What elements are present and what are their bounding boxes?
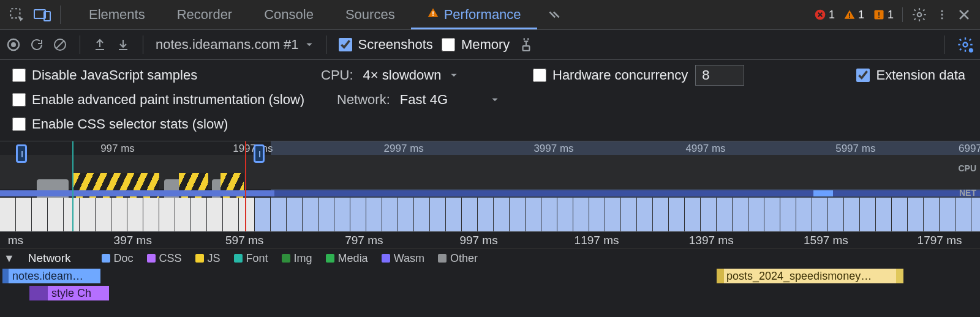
filmstrip-frame	[0, 198, 16, 231]
legend-label: Img	[294, 252, 312, 265]
tab-elements[interactable]: Elements	[73, 0, 161, 29]
filmstrip-frame	[446, 198, 462, 231]
status-and-controls: 1 1 1	[814, 7, 976, 23]
entry-label: notes.ideam…	[12, 270, 83, 283]
screenshots-checkbox[interactable]: Screenshots	[339, 37, 433, 53]
issue-badge[interactable]: 1	[873, 9, 894, 21]
svg-rect-3	[432, 12, 434, 15]
filmstrip-frame	[48, 198, 64, 231]
tab-console[interactable]: Console	[248, 0, 330, 29]
tab-performance[interactable]: Performance	[411, 0, 537, 29]
cb-input[interactable]	[12, 117, 26, 131]
filmstrip-frame	[510, 198, 526, 231]
filmstrip-frame	[860, 198, 876, 231]
cb-input[interactable]	[12, 69, 26, 82]
network-entry-css[interactable]: style Ch	[48, 286, 109, 300]
disclosure-triangle-icon[interactable]: ▼	[4, 252, 15, 265]
filmstrip-frame	[350, 198, 366, 231]
hardware-concurrency-input[interactable]	[695, 65, 744, 86]
svg-point-16	[11, 42, 16, 47]
divider	[60, 6, 61, 24]
filmstrip-frame	[908, 198, 924, 231]
reload-icon[interactable]	[29, 37, 44, 52]
network-throttle-dropdown[interactable]: Fast 4G	[400, 92, 499, 108]
gear-icon[interactable]	[911, 7, 927, 23]
legend-item-js: JS	[195, 252, 221, 265]
filmstrip-frame	[64, 198, 80, 231]
cpu-lane	[0, 155, 980, 189]
upload-icon[interactable]	[92, 37, 107, 52]
network-track-rows[interactable]: notes.ideam… style Ch posts_2024_speedis…	[0, 267, 980, 304]
download-icon[interactable]	[116, 37, 130, 52]
disable-js-samples-checkbox[interactable]: Disable JavaScript samples	[12, 67, 197, 83]
tab-sources[interactable]: Sources	[330, 0, 411, 29]
network-entry-wait	[2, 269, 9, 283]
network-track-header[interactable]: ▼ Network DocCSSJSFontImgMediaWasmOther	[0, 249, 980, 267]
more-tabs-icon[interactable]	[537, 7, 570, 23]
inspect-element-icon[interactable]	[4, 0, 29, 30]
legend-swatch	[102, 254, 110, 263]
filmstrip-frame	[287, 198, 303, 231]
paint-instrumentation-checkbox[interactable]: Enable advanced paint instrumentation (s…	[12, 92, 304, 108]
screenshots-cb-input[interactable]	[339, 38, 352, 51]
filmstrip-frame	[589, 198, 605, 231]
track-title: Network	[28, 252, 71, 265]
network-entry-doc[interactable]: notes.ideam…	[9, 269, 100, 283]
divider	[326, 35, 326, 54]
legend-item-img: Img	[282, 252, 312, 265]
close-icon[interactable]	[957, 7, 971, 22]
hardware-concurrency-checkbox[interactable]: Hardware concurrency	[533, 67, 688, 83]
warning-badge[interactable]: 1	[843, 9, 864, 21]
net-lane	[0, 190, 980, 196]
svg-rect-7	[849, 17, 850, 18]
checkbox-label: Screenshots	[358, 37, 433, 53]
clear-icon[interactable]	[53, 37, 67, 52]
performance-toolbar: notes.ideamans.com #1 Screenshots Memory	[0, 30, 980, 60]
svg-point-11	[918, 13, 922, 17]
legend-label: Other	[450, 252, 478, 265]
error-badge[interactable]: 1	[814, 9, 835, 21]
legend-label: Wasm	[394, 252, 424, 265]
device-toolbar-icon[interactable]	[29, 0, 55, 30]
filmstrip-frame	[207, 198, 223, 231]
legend-swatch	[326, 254, 334, 263]
timeline-overview[interactable]: 997 ms1997 ms2997 ms3997 ms4997 ms5997 m…	[0, 141, 980, 232]
garbage-collect-icon[interactable]	[518, 37, 534, 53]
legend-item-css: CSS	[147, 252, 182, 265]
svg-point-20	[969, 48, 973, 53]
legend-label: Font	[246, 252, 268, 265]
divider	[944, 35, 944, 54]
legend-swatch	[147, 254, 156, 263]
cpu-throttle-dropdown[interactable]: 4× slowdown	[363, 67, 459, 83]
cb-input[interactable]	[856, 69, 870, 82]
record-icon[interactable]	[6, 37, 21, 52]
detail-ruler[interactable]: ms397 ms597 ms797 ms997 ms1197 ms1397 ms…	[0, 232, 980, 249]
cb-input[interactable]	[533, 69, 546, 82]
legend-item-wasm: Wasm	[382, 252, 424, 265]
selection-handle-left[interactable]	[16, 144, 27, 163]
memory-checkbox[interactable]: Memory	[442, 37, 510, 53]
filmstrip-frame	[398, 198, 414, 231]
recording-selector[interactable]: notes.ideamans.com #1	[156, 37, 314, 53]
extension-data-checkbox[interactable]: Extension data	[856, 67, 965, 83]
filmstrip-frame	[541, 198, 557, 231]
kebab-menu-icon[interactable]	[936, 7, 948, 23]
svg-rect-10	[878, 17, 880, 18]
marker-line	[72, 141, 74, 231]
css-selector-stats-checkbox[interactable]: Enable CSS selector stats (slow)	[12, 116, 228, 132]
dropdown-value: Fast 4G	[400, 92, 448, 108]
network-entry-js[interactable]: posts_2024_speedismoney…	[723, 269, 897, 283]
filmstrip-frame	[303, 198, 318, 231]
legend-swatch	[382, 254, 390, 263]
legend-label: Doc	[114, 252, 134, 265]
ruler-tick: 1397 ms	[689, 234, 734, 247]
memory-cb-input[interactable]	[442, 38, 455, 51]
ruler-tick: 1997 ms	[233, 143, 273, 155]
capture-settings-gear-icon[interactable]	[957, 36, 974, 53]
filmstrip-frame	[796, 198, 812, 231]
filmstrip-frame	[764, 198, 780, 231]
tab-recorder[interactable]: Recorder	[161, 0, 248, 29]
selection-handle-right[interactable]	[254, 144, 265, 163]
cb-input[interactable]	[12, 93, 26, 106]
filmstrip-frame	[16, 198, 32, 231]
